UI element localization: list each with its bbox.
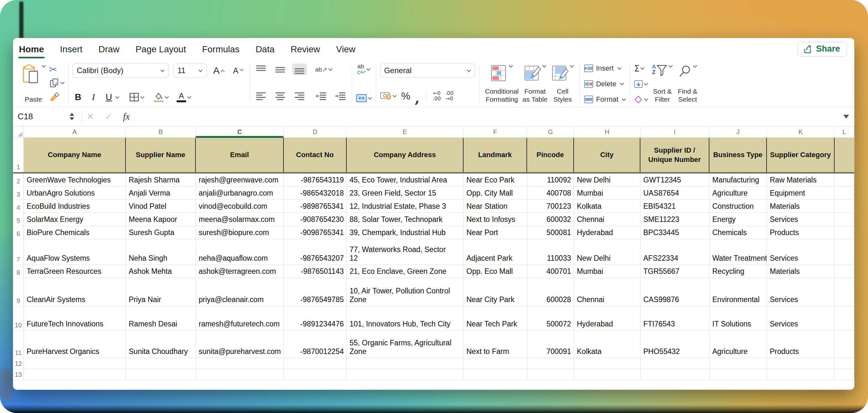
comma-style-button[interactable]: ,: [415, 90, 420, 102]
increase-font-size-button[interactable]: A: [211, 64, 227, 77]
conditional-formatting-button[interactable]: Conditional Formatting: [483, 63, 521, 105]
copy-button[interactable]: [49, 78, 64, 88]
decrease-font-size-button[interactable]: A: [231, 65, 246, 77]
cell-H4[interactable]: Kolkata: [574, 200, 641, 213]
cell-E5[interactable]: 88, Solar Tower, Technopark: [347, 213, 464, 226]
cell-C5[interactable]: meena@solarmax.com: [196, 213, 284, 226]
cell-F8[interactable]: Opp. Eco Mall: [464, 265, 527, 278]
cell-C9[interactable]: priya@cleanair.com: [196, 278, 284, 306]
percent-button[interactable]: %: [401, 90, 410, 102]
cell-E12[interactable]: [347, 358, 464, 369]
cell-K7[interactable]: Services: [767, 239, 835, 265]
decrease-decimal-button[interactable]: .00 →0: [445, 91, 453, 102]
cell-F10[interactable]: Near Tech Park: [464, 306, 527, 331]
cell-E7[interactable]: 77, Waterworks Road, Sector 12: [347, 239, 464, 265]
cell-C3[interactable]: anjali@urbanagro.com: [196, 186, 284, 200]
cell-H13[interactable]: [574, 369, 641, 380]
decrease-indent-button[interactable]: [314, 91, 329, 102]
cell-K4[interactable]: Materials: [767, 200, 835, 213]
cell-G11[interactable]: 700091: [527, 331, 574, 358]
cell-E9[interactable]: 10, Air Tower, Pollution Control Zone: [347, 278, 464, 306]
cell-L9[interactable]: [835, 278, 854, 306]
cell-H5[interactable]: Chennai: [574, 213, 641, 226]
cell-I3[interactable]: UAS87654: [641, 186, 709, 200]
cell-A10[interactable]: FutureTech Innovations: [24, 306, 126, 331]
cell-D9[interactable]: -9876549785: [284, 278, 347, 306]
row-header-10[interactable]: 10: [13, 306, 24, 331]
align-top-button[interactable]: [254, 64, 268, 75]
accounting-format-button[interactable]: [380, 92, 397, 100]
cell-F9[interactable]: Near City Park: [464, 278, 527, 306]
cell-E4[interactable]: 12, Industrial Estate, Phase 3: [347, 200, 464, 213]
underline-button[interactable]: U: [103, 92, 119, 102]
cell-B9[interactable]: Priya Nair: [126, 278, 196, 306]
cell-H3[interactable]: Mumbai: [574, 186, 641, 200]
sort-filter-button[interactable]: A Z Sort & Filter: [650, 63, 675, 105]
column-header-C[interactable]: C: [196, 126, 284, 138]
cell-K13[interactable]: [767, 369, 835, 380]
cell-styles-button[interactable]: Cell Styles: [550, 63, 576, 105]
bold-button[interactable]: B: [72, 92, 84, 102]
cell-G6[interactable]: 500081: [527, 226, 574, 239]
cell-F11[interactable]: Next to Farm: [464, 331, 527, 358]
tab-home[interactable]: Home: [18, 40, 44, 59]
cell-C1[interactable]: Email: [196, 138, 284, 172]
cell-B4[interactable]: Vinod Patel: [126, 200, 196, 213]
cell-D12[interactable]: [284, 358, 347, 369]
row-header-7[interactable]: 7: [13, 239, 24, 265]
cell-I5[interactable]: SME11223: [641, 213, 709, 226]
cell-D7[interactable]: -9876543207: [284, 239, 347, 265]
cell-F5[interactable]: Next to Infosys: [464, 213, 527, 226]
cell-A9[interactable]: CleanAir Systems: [24, 278, 126, 306]
cell-I10[interactable]: FTI76543: [641, 306, 709, 331]
insert-function-icon[interactable]: fx: [123, 111, 130, 122]
cell-L4[interactable]: [835, 200, 854, 213]
cell-F6[interactable]: Near Port: [464, 226, 527, 239]
cell-A3[interactable]: UrbanAgro Solutions: [24, 186, 126, 200]
column-header-K[interactable]: K: [767, 126, 835, 138]
cell-F13[interactable]: [464, 369, 527, 380]
cell-I11[interactable]: PHO55432: [641, 331, 709, 358]
tab-formulas[interactable]: Formulas: [201, 40, 240, 59]
cell-G3[interactable]: 400708: [527, 186, 574, 200]
row-header-13[interactable]: 13: [13, 369, 24, 380]
tab-insert[interactable]: Insert: [59, 40, 83, 59]
cell-L12[interactable]: [835, 358, 854, 369]
column-header-A[interactable]: A: [24, 126, 126, 138]
cell-E6[interactable]: 39, Chempark, Industrial Hub: [347, 226, 464, 239]
cell-L2[interactable]: [835, 173, 854, 186]
cell-J7[interactable]: Water Treatment: [709, 239, 767, 265]
cell-A4[interactable]: EcoBuild Industries: [24, 200, 126, 213]
align-right-button[interactable]: [292, 91, 307, 102]
row-header-3[interactable]: 3: [13, 186, 24, 200]
cell-J11[interactable]: Agriculture: [709, 331, 767, 358]
cell-K9[interactable]: Services: [767, 278, 835, 306]
column-header-D[interactable]: D: [284, 126, 347, 138]
share-button[interactable]: Share: [797, 42, 847, 57]
cell-C7[interactable]: neha@aquaflow.com: [196, 239, 284, 265]
cell-D13[interactable]: [284, 369, 347, 380]
cell-I2[interactable]: GWT12345: [641, 173, 709, 186]
cell-L5[interactable]: [835, 213, 854, 226]
cell-E13[interactable]: [347, 369, 464, 380]
cell-A2[interactable]: GreenWave Technologies: [24, 173, 126, 186]
cell-F3[interactable]: Opp. City Mall: [464, 186, 527, 200]
cell-J2[interactable]: Manufacturing: [709, 173, 767, 186]
row-header-6[interactable]: 6: [13, 226, 24, 239]
cell-J9[interactable]: Environmental: [709, 278, 767, 306]
number-format-select[interactable]: General: [380, 64, 475, 78]
cell-F1[interactable]: Landmark: [464, 138, 527, 172]
cell-E3[interactable]: 23, Green Field, Sector 15: [347, 186, 464, 200]
align-center-button[interactable]: [273, 91, 288, 102]
cell-L10[interactable]: [835, 306, 854, 331]
paste-dropdown-chevron[interactable]: [42, 64, 46, 68]
cell-E11[interactable]: 55, Organic Farms, Agricultural Zone: [347, 331, 464, 358]
cell-G1[interactable]: Pincode: [527, 138, 574, 172]
cell-D8[interactable]: -9876501143: [284, 265, 347, 278]
cell-J8[interactable]: Recycling: [709, 265, 767, 278]
cell-G10[interactable]: 500072: [527, 306, 574, 331]
cell-L6[interactable]: [835, 226, 854, 239]
cell-H1[interactable]: City: [574, 138, 641, 172]
cell-G8[interactable]: 400701: [527, 265, 574, 278]
cell-J6[interactable]: Chemicals: [709, 226, 767, 239]
